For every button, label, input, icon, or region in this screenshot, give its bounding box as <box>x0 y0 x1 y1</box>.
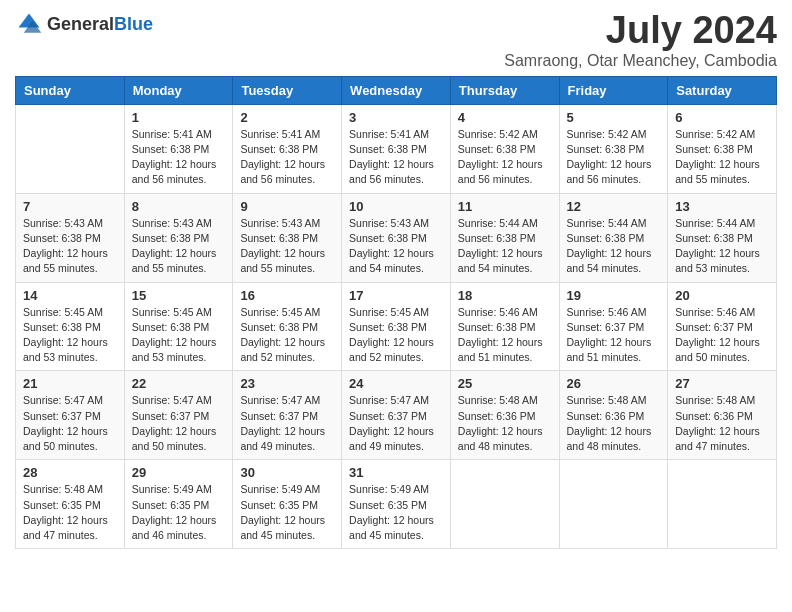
day-info: Sunrise: 5:41 AMSunset: 6:38 PMDaylight:… <box>349 127 443 188</box>
day-number: 12 <box>567 199 661 214</box>
day-number: 16 <box>240 288 334 303</box>
day-info: Sunrise: 5:47 AMSunset: 6:37 PMDaylight:… <box>132 393 226 454</box>
day-info: Sunrise: 5:46 AMSunset: 6:37 PMDaylight:… <box>567 305 661 366</box>
day-info: Sunrise: 5:48 AMSunset: 6:35 PMDaylight:… <box>23 482 117 543</box>
day-number: 30 <box>240 465 334 480</box>
day-info: Sunrise: 5:49 AMSunset: 6:35 PMDaylight:… <box>132 482 226 543</box>
day-info: Sunrise: 5:48 AMSunset: 6:36 PMDaylight:… <box>567 393 661 454</box>
logo: GeneralBlue <box>15 10 153 38</box>
calendar-cell: 11Sunrise: 5:44 AMSunset: 6:38 PMDayligh… <box>450 193 559 282</box>
header: GeneralBlue July 2024 Samraong, Otar Mea… <box>15 10 777 70</box>
calendar-cell <box>16 104 125 193</box>
calendar-cell: 23Sunrise: 5:47 AMSunset: 6:37 PMDayligh… <box>233 371 342 460</box>
day-info: Sunrise: 5:47 AMSunset: 6:37 PMDaylight:… <box>240 393 334 454</box>
day-info: Sunrise: 5:46 AMSunset: 6:38 PMDaylight:… <box>458 305 552 366</box>
calendar-cell: 20Sunrise: 5:46 AMSunset: 6:37 PMDayligh… <box>668 282 777 371</box>
calendar-cell: 21Sunrise: 5:47 AMSunset: 6:37 PMDayligh… <box>16 371 125 460</box>
calendar-header-sunday: Sunday <box>16 76 125 104</box>
calendar-cell: 22Sunrise: 5:47 AMSunset: 6:37 PMDayligh… <box>124 371 233 460</box>
day-info: Sunrise: 5:45 AMSunset: 6:38 PMDaylight:… <box>349 305 443 366</box>
calendar-cell: 18Sunrise: 5:46 AMSunset: 6:38 PMDayligh… <box>450 282 559 371</box>
day-number: 10 <box>349 199 443 214</box>
calendar-cell: 19Sunrise: 5:46 AMSunset: 6:37 PMDayligh… <box>559 282 668 371</box>
day-info: Sunrise: 5:44 AMSunset: 6:38 PMDaylight:… <box>458 216 552 277</box>
day-info: Sunrise: 5:42 AMSunset: 6:38 PMDaylight:… <box>675 127 769 188</box>
day-number: 28 <box>23 465 117 480</box>
day-info: Sunrise: 5:43 AMSunset: 6:38 PMDaylight:… <box>132 216 226 277</box>
day-number: 5 <box>567 110 661 125</box>
calendar-cell: 7Sunrise: 5:43 AMSunset: 6:38 PMDaylight… <box>16 193 125 282</box>
day-number: 21 <box>23 376 117 391</box>
calendar-cell: 8Sunrise: 5:43 AMSunset: 6:38 PMDaylight… <box>124 193 233 282</box>
calendar-week-row: 7Sunrise: 5:43 AMSunset: 6:38 PMDaylight… <box>16 193 777 282</box>
day-info: Sunrise: 5:45 AMSunset: 6:38 PMDaylight:… <box>23 305 117 366</box>
logo-text: GeneralBlue <box>47 14 153 35</box>
day-info: Sunrise: 5:49 AMSunset: 6:35 PMDaylight:… <box>240 482 334 543</box>
day-info: Sunrise: 5:48 AMSunset: 6:36 PMDaylight:… <box>458 393 552 454</box>
day-number: 31 <box>349 465 443 480</box>
calendar-cell: 26Sunrise: 5:48 AMSunset: 6:36 PMDayligh… <box>559 371 668 460</box>
calendar-cell: 30Sunrise: 5:49 AMSunset: 6:35 PMDayligh… <box>233 460 342 549</box>
calendar-header-saturday: Saturday <box>668 76 777 104</box>
day-number: 19 <box>567 288 661 303</box>
day-info: Sunrise: 5:43 AMSunset: 6:38 PMDaylight:… <box>23 216 117 277</box>
calendar-week-row: 21Sunrise: 5:47 AMSunset: 6:37 PMDayligh… <box>16 371 777 460</box>
day-info: Sunrise: 5:43 AMSunset: 6:38 PMDaylight:… <box>240 216 334 277</box>
logo-icon <box>15 10 43 38</box>
day-info: Sunrise: 5:43 AMSunset: 6:38 PMDaylight:… <box>349 216 443 277</box>
calendar-cell: 2Sunrise: 5:41 AMSunset: 6:38 PMDaylight… <box>233 104 342 193</box>
day-number: 7 <box>23 199 117 214</box>
day-number: 27 <box>675 376 769 391</box>
day-info: Sunrise: 5:42 AMSunset: 6:38 PMDaylight:… <box>567 127 661 188</box>
calendar-week-row: 1Sunrise: 5:41 AMSunset: 6:38 PMDaylight… <box>16 104 777 193</box>
day-info: Sunrise: 5:44 AMSunset: 6:38 PMDaylight:… <box>567 216 661 277</box>
day-number: 18 <box>458 288 552 303</box>
calendar-header-tuesday: Tuesday <box>233 76 342 104</box>
day-number: 8 <box>132 199 226 214</box>
day-number: 6 <box>675 110 769 125</box>
main-title: July 2024 <box>504 10 777 52</box>
day-number: 25 <box>458 376 552 391</box>
calendar-body: 1Sunrise: 5:41 AMSunset: 6:38 PMDaylight… <box>16 104 777 548</box>
calendar-cell: 4Sunrise: 5:42 AMSunset: 6:38 PMDaylight… <box>450 104 559 193</box>
day-info: Sunrise: 5:41 AMSunset: 6:38 PMDaylight:… <box>132 127 226 188</box>
day-info: Sunrise: 5:47 AMSunset: 6:37 PMDaylight:… <box>23 393 117 454</box>
calendar-week-row: 14Sunrise: 5:45 AMSunset: 6:38 PMDayligh… <box>16 282 777 371</box>
day-info: Sunrise: 5:47 AMSunset: 6:37 PMDaylight:… <box>349 393 443 454</box>
calendar-cell: 3Sunrise: 5:41 AMSunset: 6:38 PMDaylight… <box>342 104 451 193</box>
day-info: Sunrise: 5:49 AMSunset: 6:35 PMDaylight:… <box>349 482 443 543</box>
calendar-cell <box>559 460 668 549</box>
day-number: 24 <box>349 376 443 391</box>
day-info: Sunrise: 5:45 AMSunset: 6:38 PMDaylight:… <box>240 305 334 366</box>
day-info: Sunrise: 5:41 AMSunset: 6:38 PMDaylight:… <box>240 127 334 188</box>
calendar-cell: 24Sunrise: 5:47 AMSunset: 6:37 PMDayligh… <box>342 371 451 460</box>
calendar-cell: 28Sunrise: 5:48 AMSunset: 6:35 PMDayligh… <box>16 460 125 549</box>
calendar-cell: 31Sunrise: 5:49 AMSunset: 6:35 PMDayligh… <box>342 460 451 549</box>
day-number: 29 <box>132 465 226 480</box>
calendar-cell: 17Sunrise: 5:45 AMSunset: 6:38 PMDayligh… <box>342 282 451 371</box>
calendar-cell: 9Sunrise: 5:43 AMSunset: 6:38 PMDaylight… <box>233 193 342 282</box>
day-number: 13 <box>675 199 769 214</box>
calendar-cell: 16Sunrise: 5:45 AMSunset: 6:38 PMDayligh… <box>233 282 342 371</box>
day-number: 1 <box>132 110 226 125</box>
calendar-cell: 6Sunrise: 5:42 AMSunset: 6:38 PMDaylight… <box>668 104 777 193</box>
day-info: Sunrise: 5:42 AMSunset: 6:38 PMDaylight:… <box>458 127 552 188</box>
calendar-cell: 14Sunrise: 5:45 AMSunset: 6:38 PMDayligh… <box>16 282 125 371</box>
day-number: 23 <box>240 376 334 391</box>
day-number: 4 <box>458 110 552 125</box>
calendar-header-row: SundayMondayTuesdayWednesdayThursdayFrid… <box>16 76 777 104</box>
title-area: July 2024 Samraong, Otar Meanchey, Cambo… <box>504 10 777 70</box>
day-info: Sunrise: 5:46 AMSunset: 6:37 PMDaylight:… <box>675 305 769 366</box>
day-info: Sunrise: 5:44 AMSunset: 6:38 PMDaylight:… <box>675 216 769 277</box>
day-number: 14 <box>23 288 117 303</box>
calendar-header-wednesday: Wednesday <box>342 76 451 104</box>
day-number: 9 <box>240 199 334 214</box>
calendar-header-friday: Friday <box>559 76 668 104</box>
subtitle: Samraong, Otar Meanchey, Cambodia <box>504 52 777 70</box>
day-number: 11 <box>458 199 552 214</box>
calendar-header-monday: Monday <box>124 76 233 104</box>
day-number: 17 <box>349 288 443 303</box>
calendar-cell <box>668 460 777 549</box>
calendar-cell: 29Sunrise: 5:49 AMSunset: 6:35 PMDayligh… <box>124 460 233 549</box>
calendar-cell: 15Sunrise: 5:45 AMSunset: 6:38 PMDayligh… <box>124 282 233 371</box>
